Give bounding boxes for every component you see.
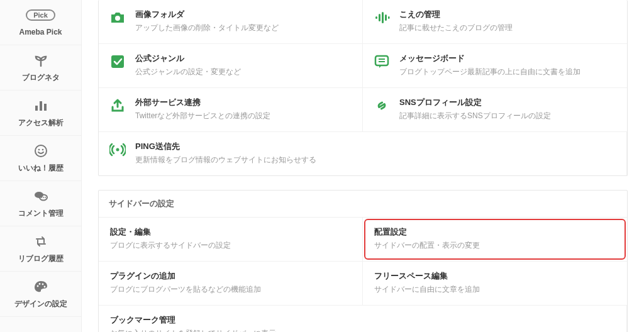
sidebar-setting-freespace[interactable]: フリースペース編集 サイドバーに自由に文章を追加 xyxy=(363,262,627,306)
svg-point-14 xyxy=(43,286,45,288)
message-icon xyxy=(373,53,391,70)
setting-desc: ブログにブログパーツを貼るなどの機能追加 xyxy=(110,284,351,295)
sidebar-item-label: リブログ履歴 xyxy=(18,254,64,263)
svg-rect-16 xyxy=(375,16,377,19)
setting-title: こえの管理 xyxy=(399,9,513,20)
checkbox-icon xyxy=(109,53,126,70)
svg-point-13 xyxy=(42,284,43,285)
svg-rect-18 xyxy=(382,12,384,23)
main-content: 画像フォルダ アップした画像の削除・タイトル変更など こえの管理 記事に載せたこ… xyxy=(82,0,644,332)
sidebar-item-like-history[interactable]: いいね！履歴 xyxy=(0,136,81,181)
smile-icon xyxy=(32,142,50,160)
setting-desc: お気に入りのサイトを登録してサイドバーに表示 xyxy=(110,328,615,332)
section-header: サイドバーの設定 xyxy=(99,191,627,218)
settings-top-card: 画像フォルダ アップした画像の削除・タイトル変更など こえの管理 記事に載せたこ… xyxy=(98,0,628,176)
setting-desc: 更新情報をブログ情報のウェブサイトにお知らせする xyxy=(135,155,316,165)
sidebar-item-label: アクセス解析 xyxy=(18,118,64,127)
svg-point-4 xyxy=(38,149,40,151)
left-sidebar: Pick Ameba Pick ブログネタ アクセス解析 いいね！履歴 コメ xyxy=(0,0,82,332)
setting-title: 配置設定 xyxy=(374,226,616,238)
broadcast-icon xyxy=(109,141,126,158)
setting-title: フリースペース編集 xyxy=(374,270,616,282)
audio-icon xyxy=(373,9,391,26)
setting-title: SNSプロフィール設定 xyxy=(399,97,551,108)
sidebar-item-blog-neta[interactable]: ブログネタ xyxy=(0,45,81,91)
sidebar-setting-layout[interactable]: 配置設定 サイドバーの配置・表示の変更 xyxy=(363,218,627,262)
svg-rect-0 xyxy=(35,106,38,111)
sidebar-item-label: Ameba Pick xyxy=(19,28,62,36)
svg-point-15 xyxy=(115,16,120,21)
sidebar-item-label: コメント管理 xyxy=(18,209,64,218)
setting-desc: ブログトップページ最新記事の上に自由に文書を追加 xyxy=(399,67,580,77)
setting-title: ブックマーク管理 xyxy=(110,314,615,326)
svg-rect-19 xyxy=(385,14,387,21)
sidebar-settings-grid: 設定・編集 ブログに表示するサイドバーの設定 配置設定 サイドバーの配置・表示の… xyxy=(99,218,627,332)
setting-sns-profile[interactable]: SNSプロフィール設定 記事詳細に表示するSNSプロフィールの設定 xyxy=(363,88,627,132)
sidebar-item-design-settings[interactable]: デザインの設定 xyxy=(0,272,81,317)
settings-grid: 画像フォルダ アップした画像の削除・タイトル変更など こえの管理 記事に載せたこ… xyxy=(99,0,627,175)
palette-icon xyxy=(32,278,50,296)
setting-desc: サイドバーに自由に文章を追加 xyxy=(374,284,616,295)
sidebar-item-label: ブログネタ xyxy=(22,73,60,82)
camera-icon xyxy=(109,9,126,26)
sidebar-item-reblog-history[interactable]: リブログ履歴 xyxy=(0,226,81,272)
upload-icon xyxy=(109,97,126,114)
bar-chart-icon xyxy=(32,97,50,114)
sprout-icon xyxy=(32,52,50,69)
setting-desc: ブログに表示するサイドバーの設定 xyxy=(110,240,351,251)
comments-icon xyxy=(32,187,50,205)
setting-ping[interactable]: PING送信先 更新情報をブログ情報のウェブサイトにお知らせする xyxy=(99,132,627,175)
sidebar-item-access-analytics[interactable]: アクセス解析 xyxy=(0,91,81,136)
setting-desc: 公式ジャンルの設定・変更など xyxy=(135,67,241,77)
setting-image-folder[interactable]: 画像フォルダ アップした画像の削除・タイトル変更など xyxy=(99,0,363,44)
setting-desc: 記事詳細に表示するSNSプロフィールの設定 xyxy=(399,111,551,121)
sidebar-item-comment-manage[interactable]: コメント管理 xyxy=(0,181,81,226)
setting-desc: Twitterなど外部サービスとの連携の設定 xyxy=(135,111,270,121)
svg-rect-20 xyxy=(388,16,390,19)
sidebar-setting-edit[interactable]: 設定・編集 ブログに表示するサイドバーの設定 xyxy=(99,218,363,262)
setting-external-services[interactable]: 外部サービス連携 Twitterなど外部サービスとの連携の設定 xyxy=(99,88,363,132)
setting-desc: サイドバーの配置・表示の変更 xyxy=(374,240,616,251)
setting-title: 画像フォルダ xyxy=(135,9,279,20)
setting-title: メッセージボード xyxy=(399,53,580,64)
svg-point-8 xyxy=(41,197,42,198)
svg-rect-1 xyxy=(40,101,42,111)
svg-point-5 xyxy=(42,149,43,151)
setting-official-genre[interactable]: 公式ジャンル 公式ジャンルの設定・変更など xyxy=(99,44,363,88)
svg-point-26 xyxy=(116,148,119,152)
svg-point-3 xyxy=(35,145,47,157)
sidebar-item-ameba-pick[interactable]: Pick Ameba Pick xyxy=(0,0,81,45)
setting-title: 外部サービス連携 xyxy=(135,97,270,108)
sidebar-item-label: いいね！履歴 xyxy=(18,163,64,172)
setting-title: PING送信先 xyxy=(135,141,316,152)
svg-rect-17 xyxy=(379,14,380,21)
setting-desc: アップした画像の削除・タイトル変更など xyxy=(135,23,279,33)
svg-rect-21 xyxy=(111,55,124,68)
sidebar-settings-card: サイドバーの設定 設定・編集 ブログに表示するサイドバーの設定 配置設定 サイド… xyxy=(98,190,628,332)
svg-point-11 xyxy=(36,285,38,287)
svg-point-9 xyxy=(43,197,44,198)
sidebar-setting-plugin[interactable]: プラグインの追加 ブログにブログパーツを貼るなどの機能追加 xyxy=(99,262,363,306)
reblog-icon xyxy=(32,233,50,250)
pick-icon: Pick xyxy=(32,6,50,24)
setting-message-board[interactable]: メッセージボード ブログトップページ最新記事の上に自由に文書を追加 xyxy=(363,44,627,88)
setting-desc: 記事に載せたこえのブログの管理 xyxy=(399,23,513,33)
svg-point-12 xyxy=(38,283,40,285)
svg-line-25 xyxy=(380,104,384,107)
svg-point-10 xyxy=(45,197,46,198)
link-icon xyxy=(373,97,391,114)
sidebar-item-label: デザインの設定 xyxy=(14,299,67,308)
setting-title: 設定・編集 xyxy=(110,226,351,238)
setting-title: 公式ジャンル xyxy=(135,53,241,64)
sidebar-setting-bookmark[interactable]: ブックマーク管理 お気に入りのサイトを登録してサイドバーに表示 xyxy=(99,306,627,332)
svg-rect-2 xyxy=(44,104,47,111)
setting-voice-manage[interactable]: こえの管理 記事に載せたこえのブログの管理 xyxy=(363,0,627,44)
svg-rect-22 xyxy=(375,56,388,65)
setting-title: プラグインの追加 xyxy=(110,270,351,282)
